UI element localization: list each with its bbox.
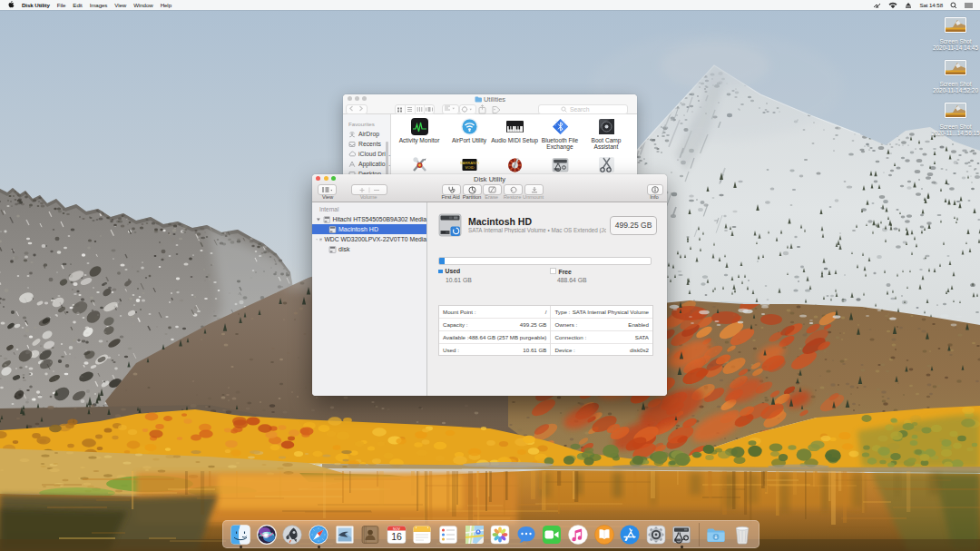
svg-text:16: 16 bbox=[391, 531, 402, 542]
svg-text:VOID: VOID bbox=[465, 165, 474, 170]
